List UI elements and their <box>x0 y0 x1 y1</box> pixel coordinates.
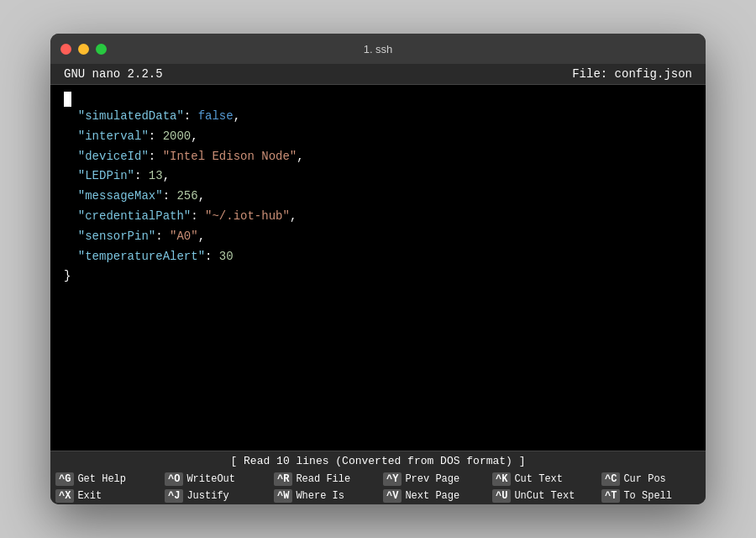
text-cursor <box>64 92 71 107</box>
minimize-button[interactable] <box>78 44 89 55</box>
shortcut-label-cur-pos: Cur Pos <box>623 473 665 485</box>
editor-line: "LEDPin": 13, <box>64 166 692 187</box>
shortcut-label-exit: Exit <box>77 490 102 502</box>
shortcut-key-k: ^K <box>492 472 511 486</box>
editor-line: "sensorPin": "A0", <box>64 227 692 247</box>
shortcut-key-t: ^T <box>601 489 620 503</box>
editor-line: } <box>64 266 692 287</box>
editor-line: "interval": 2000, <box>64 127 692 147</box>
shortcut-uncut-text[interactable]: ^U UnCut Text <box>487 488 596 504</box>
shortcut-cut-text[interactable]: ^K Cut Text <box>487 471 596 488</box>
shortcut-row-2: ^X Exit ^J Justify ^W Where Is ^V Next P… <box>50 488 706 504</box>
shortcut-key-w: ^W <box>274 489 292 503</box>
window-controls <box>60 44 107 55</box>
shortcut-where-is[interactable]: ^W Where Is <box>269 488 378 504</box>
editor-line: "credentialPath": "~/.iot-hub", <box>64 207 692 227</box>
shortcut-exit[interactable]: ^X Exit <box>50 488 160 504</box>
shortcut-row-1: ^G Get Help ^O WriteOut ^R Read File ^Y … <box>50 471 706 488</box>
shortcut-bar: ^G Get Help ^O WriteOut ^R Read File ^Y … <box>50 471 706 504</box>
shortcut-key-u: ^U <box>492 489 511 503</box>
shortcut-prev-page[interactable]: ^Y Prev Page <box>378 471 487 488</box>
shortcut-next-page[interactable]: ^V Next Page <box>378 488 487 504</box>
shortcut-cur-pos[interactable]: ^C Cur Pos <box>596 471 706 488</box>
cursor-line <box>64 92 692 107</box>
shortcut-key-x: ^X <box>55 489 74 503</box>
shortcut-to-spell[interactable]: ^T To Spell <box>596 488 706 504</box>
shortcut-label-get-help: Get Help <box>77 473 126 485</box>
shortcut-get-help[interactable]: ^G Get Help <box>50 471 160 488</box>
editor-line: "simulatedData": false, <box>64 107 692 127</box>
close-button[interactable] <box>60 44 71 55</box>
shortcut-key-j: ^J <box>165 489 183 503</box>
shortcut-key-g: ^G <box>55 472 74 486</box>
nano-filename: File: config.json <box>572 67 692 81</box>
shortcut-label-where-is: Where Is <box>296 490 344 502</box>
shortcut-justify[interactable]: ^J Justify <box>160 488 269 504</box>
shortcut-key-v: ^V <box>383 489 402 503</box>
maximize-button[interactable] <box>96 44 107 55</box>
editor-line: "messageMax": 256, <box>64 187 692 207</box>
nano-header: GNU nano 2.2.5 File: config.json <box>50 64 706 85</box>
editor-line: "temperatureAlert": 30 <box>64 247 692 267</box>
window-title: 1. ssh <box>364 43 393 55</box>
shortcut-label-prev-page: Prev Page <box>405 473 459 485</box>
shortcut-label-writeout: WriteOut <box>186 473 235 485</box>
shortcut-label-justify: Justify <box>186 490 228 502</box>
shortcut-key-o: ^O <box>165 472 183 486</box>
shortcut-read-file[interactable]: ^R Read File <box>269 471 378 488</box>
shortcut-label-read-file: Read File <box>296 473 350 485</box>
shortcut-label-to-spell: To Spell <box>623 490 672 502</box>
nano-version: GNU nano 2.2.5 <box>64 67 163 81</box>
shortcut-key-r: ^R <box>274 472 292 486</box>
status-bar: [ Read 10 lines (Converted from DOS form… <box>50 451 706 471</box>
shortcut-writeout[interactable]: ^O WriteOut <box>160 471 269 488</box>
status-message: [ Read 10 lines (Converted from DOS form… <box>230 455 525 467</box>
editor-line: "deviceId": "Intel Edison Node", <box>64 147 692 167</box>
shortcut-label-cut-text: Cut Text <box>514 473 563 485</box>
shortcut-key-y: ^Y <box>383 472 402 486</box>
shortcut-label-next-page: Next Page <box>405 490 459 502</box>
terminal-window: 1. ssh GNU nano 2.2.5 File: config.json … <box>50 34 706 504</box>
editor-area[interactable]: "simulatedData": false, "interval": 2000… <box>50 85 706 451</box>
titlebar: 1. ssh <box>50 34 706 64</box>
shortcut-label-uncut-text: UnCut Text <box>514 490 575 502</box>
shortcut-key-c: ^C <box>601 472 620 486</box>
